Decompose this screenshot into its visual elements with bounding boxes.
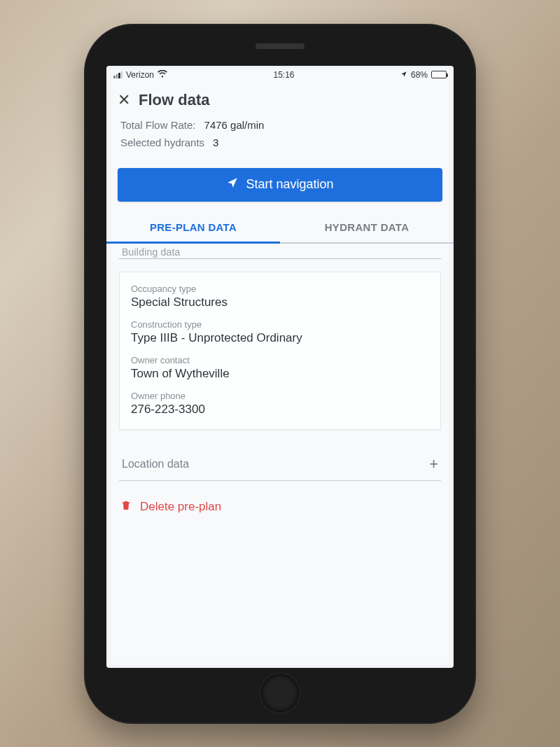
building-data-card: Occupancy type Special Structures Constr… [119,272,441,430]
owner-phone-label: Owner phone [131,391,429,401]
hydrants-value: 3 [213,137,218,148]
status-bar: Verizon 15:16 68% [106,66,454,84]
wifi-icon [158,70,167,80]
location-data-section[interactable]: Location data + [119,442,441,481]
hydrants-label: Selected hydrants [120,137,204,148]
tab-bar: PRE-PLAN DATA HYDRANT DATA [106,211,454,244]
flow-rate-label: Total Flow Rate: [120,119,196,131]
navigation-arrow-icon [226,176,239,193]
location-services-icon [400,70,407,80]
tab-content: Building data Occupancy type Special Str… [106,244,454,668]
phone-frame: Verizon 15:16 68% ✕ Flow data Total Flow… [84,24,476,724]
tab-pre-plan-data[interactable]: PRE-PLAN DATA [106,211,280,244]
flow-summary: Total Flow Rate: 7476 gal/min Selected h… [106,112,454,164]
home-button[interactable] [260,673,300,713]
occupancy-type-value: Special Structures [131,295,429,309]
construction-type-label: Construction type [131,319,429,330]
location-data-label: Location data [122,458,189,470]
page-title: Flow data [139,91,209,109]
start-navigation-label: Start navigation [246,177,333,192]
delete-pre-plan-label: Delete pre-plan [140,500,221,514]
close-icon[interactable]: ✕ [118,92,130,108]
plus-icon: + [429,455,438,473]
construction-type-value: Type IIIB - Unprotected Ordinary [131,331,429,345]
phone-speaker [255,43,304,49]
battery-icon [431,71,447,78]
start-navigation-button[interactable]: Start navigation [118,168,442,202]
flow-rate-value: 7476 gal/min [204,119,265,131]
owner-contact-label: Owner contact [131,355,429,365]
trash-icon [120,499,132,515]
previous-section-header[interactable]: Building data [119,244,441,259]
clock: 15:16 [273,70,294,80]
app-screen: Verizon 15:16 68% ✕ Flow data Total Flow… [106,66,454,668]
occupancy-type-label: Occupancy type [131,284,429,294]
battery-pct: 68% [411,70,428,80]
page-header: ✕ Flow data [106,84,454,112]
owner-contact-value: Town of Wytheville [131,367,429,381]
owner-phone-value: 276-223-3300 [131,403,429,417]
carrier-label: Verizon [126,70,154,80]
signal-icon [113,71,122,78]
delete-pre-plan-button[interactable]: Delete pre-plan [119,499,441,515]
tab-hydrant-data[interactable]: HYDRANT DATA [280,211,454,244]
